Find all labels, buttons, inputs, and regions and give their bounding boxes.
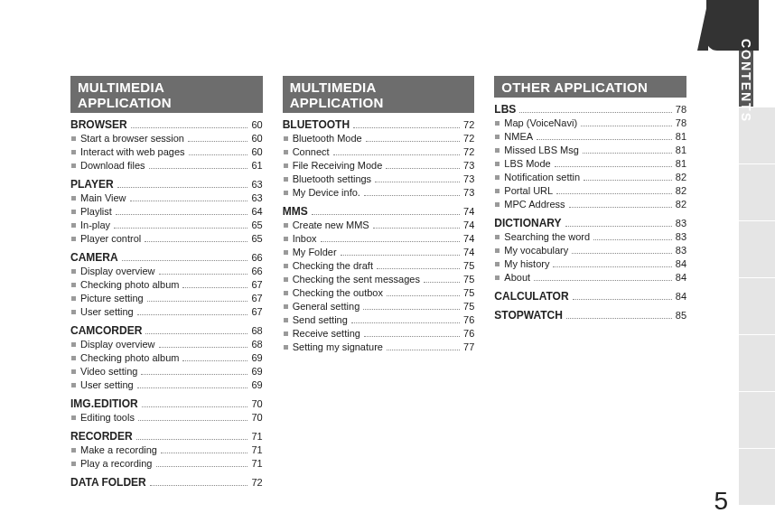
toc-item[interactable]: General setting75 <box>283 300 475 313</box>
toc-heading-label: STOPWATCH <box>494 309 563 322</box>
side-tab-7[interactable] <box>739 392 775 449</box>
toc-item[interactable]: Send setting76 <box>283 313 475 327</box>
toc-item-label: Receive setting <box>293 327 360 341</box>
toc-item[interactable]: User setting69 <box>70 378 263 392</box>
toc-item[interactable]: MPC Address82 <box>494 198 686 211</box>
toc-item[interactable]: Missed LBS Msg81 <box>494 144 686 157</box>
toc-heading[interactable]: CAMERA66 <box>70 251 263 265</box>
toc-heading[interactable]: STOPWATCH85 <box>494 309 686 322</box>
side-tab-3[interactable] <box>739 164 775 221</box>
toc-item[interactable]: Bluetooth Mode72 <box>283 132 475 145</box>
toc-item[interactable]: My vocabulary83 <box>494 244 686 257</box>
toc-heading[interactable]: DATA FOLDER72 <box>70 476 263 490</box>
toc-item[interactable]: My history84 <box>494 257 686 271</box>
section-header: MULTIMEDIA APPLICATION <box>283 76 475 113</box>
toc-heading-page: 74 <box>463 205 474 219</box>
toc-item[interactable]: My Device info.73 <box>283 186 475 200</box>
toc-item[interactable]: My Folder74 <box>283 246 475 259</box>
toc-item[interactable]: Portal URL82 <box>494 184 686 198</box>
toc-item[interactable]: Display overview68 <box>70 338 263 351</box>
toc-item[interactable]: Checking the sent messages75 <box>283 273 475 286</box>
toc-item[interactable]: Map (VoiceNavi)78 <box>494 117 686 130</box>
toc-item[interactable]: Video setting69 <box>70 365 263 378</box>
toc-item[interactable]: Start a browser session60 <box>70 132 263 145</box>
toc-item[interactable]: Checking the draft75 <box>283 259 475 273</box>
leader-dots <box>351 322 460 323</box>
toc-item[interactable]: Connect72 <box>283 145 475 159</box>
toc-item[interactable]: Display overview66 <box>70 265 263 278</box>
toc-heading[interactable]: PLAYER63 <box>70 178 263 191</box>
toc-item[interactable]: In-play65 <box>70 219 263 232</box>
toc-item-page: 82 <box>676 184 686 198</box>
toc-heading[interactable]: MMS74 <box>283 205 475 219</box>
toc-item[interactable]: Interact with web pages60 <box>70 145 263 159</box>
toc-item[interactable]: Playlist64 <box>70 205 263 219</box>
leader-dots <box>375 182 460 182</box>
leader-dots <box>141 374 247 375</box>
toc-item[interactable]: Inbox74 <box>283 232 475 246</box>
toc-heading[interactable]: BLUETOOTH72 <box>283 118 475 132</box>
bullet-icon <box>284 223 288 228</box>
toc-heading-label: MMS <box>283 205 308 219</box>
toc-item[interactable]: Checking the outbox75 <box>283 286 475 300</box>
toc-heading[interactable]: IMG.EDITIOR70 <box>70 397 263 411</box>
toc-column: OTHER APPLICATIONLBS78Map (VoiceNavi)78N… <box>494 76 686 490</box>
toc-item[interactable]: Editing tools70 <box>70 411 263 425</box>
leader-dots <box>137 387 248 388</box>
toc-item-label: Send setting <box>293 313 348 327</box>
toc-heading[interactable]: DICTIONARY83 <box>494 217 686 230</box>
side-tab-6[interactable] <box>739 335 775 392</box>
toc-item-page: 73 <box>463 173 474 186</box>
toc-item-page: 77 <box>463 341 474 354</box>
leader-dots <box>583 153 672 154</box>
toc-item[interactable]: File Receiving Mode73 <box>283 159 475 173</box>
toc-item[interactable]: User setting67 <box>70 305 263 319</box>
toc-heading-label: IMG.EDITIOR <box>70 397 138 411</box>
toc-item-page: 75 <box>463 273 474 286</box>
toc-item[interactable]: NMEA81 <box>494 130 686 144</box>
page-number: 5 <box>714 487 728 516</box>
toc-item-page: 65 <box>251 232 262 246</box>
toc-heading[interactable]: CAMCORDER68 <box>70 324 263 338</box>
toc-item[interactable]: Create new MMS74 <box>283 219 475 232</box>
toc-item-label: Bluetooth Mode <box>293 132 362 145</box>
toc-heading[interactable]: LBS78 <box>494 103 686 117</box>
side-tab-contents[interactable]: CONTENTS <box>739 51 753 107</box>
side-tab-4[interactable] <box>739 221 775 278</box>
leader-dots <box>364 195 460 196</box>
side-tab-5[interactable] <box>739 278 775 335</box>
toc-item-page: 75 <box>463 286 474 300</box>
bullet-icon <box>71 342 76 347</box>
toc-item-page: 71 <box>251 443 262 457</box>
toc-item[interactable]: Player control65 <box>70 232 263 246</box>
toc-heading[interactable]: CALCULATOR84 <box>494 290 686 303</box>
side-tab-8[interactable] <box>739 449 775 506</box>
toc-item[interactable]: Checking photo album67 <box>70 278 263 292</box>
bullet-icon <box>284 304 288 309</box>
toc-item[interactable]: About84 <box>494 271 686 285</box>
toc-item-label: Map (VoiceNavi) <box>504 117 577 130</box>
bullet-icon <box>495 248 500 253</box>
toc-item[interactable]: Searching the word83 <box>494 230 686 244</box>
toc-heading-label: CAMCORDER <box>70 324 142 338</box>
toc-item[interactable]: Download files61 <box>70 159 263 173</box>
toc-heading-label: PLAYER <box>70 178 114 191</box>
toc-item[interactable]: Picture setting67 <box>70 292 263 305</box>
toc-item[interactable]: LBS Mode81 <box>494 157 686 171</box>
toc-item[interactable]: Main View63 <box>70 191 263 205</box>
toc-item-label: User setting <box>80 305 134 319</box>
toc-item[interactable]: Notification settin82 <box>494 171 686 184</box>
toc-item[interactable]: Play a recording71 <box>70 457 263 471</box>
toc-heading[interactable]: BROWSER60 <box>70 118 263 132</box>
leader-dots <box>130 201 248 201</box>
toc-item[interactable]: Bluetooth settings73 <box>283 173 475 186</box>
toc-item-label: User setting <box>80 378 134 392</box>
toc-column: MULTIMEDIA APPLICATIONBROWSER60Start a b… <box>70 76 263 490</box>
toc-item[interactable]: Checking photo album69 <box>70 351 263 365</box>
toc-item[interactable]: Make a recording71 <box>70 443 263 457</box>
toc-heading[interactable]: RECORDER71 <box>70 430 263 443</box>
bullet-icon <box>495 189 500 193</box>
toc-item[interactable]: Setting my signature77 <box>283 341 475 354</box>
leader-dots <box>182 360 247 361</box>
toc-item[interactable]: Receive setting76 <box>283 327 475 341</box>
